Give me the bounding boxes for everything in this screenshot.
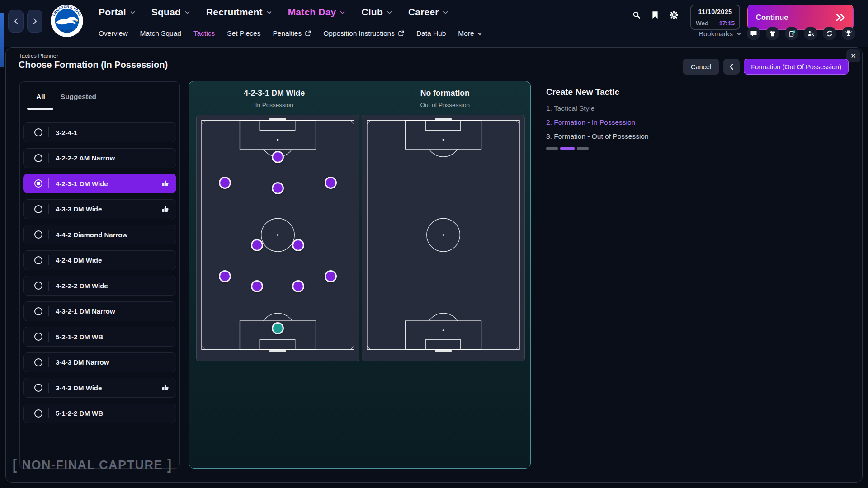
nav-portal[interactable]: Portal — [99, 7, 135, 18]
bookmark-icon[interactable] — [651, 10, 660, 19]
player-dot-def-right[interactable] — [325, 270, 337, 282]
pitch-in-possession — [196, 115, 359, 361]
chevron-down-icon — [736, 32, 741, 35]
thumbs-up-icon — [162, 180, 169, 187]
chevron-down-icon — [477, 32, 482, 35]
subnav-set-pieces[interactable]: Set Pieces — [227, 29, 260, 38]
gear-icon[interactable] — [669, 10, 678, 19]
progress-pill — [577, 147, 589, 150]
radio-icon — [34, 409, 42, 418]
subnav-overview[interactable]: Overview — [99, 29, 128, 38]
formation-item[interactable]: 3-4-3 DM Narrow — [23, 352, 176, 372]
subnav-opposition-instructions[interactable]: Opposition Instructions — [323, 29, 404, 38]
subnav-label: Match Squad — [140, 29, 181, 38]
sync-icon[interactable] — [823, 27, 836, 40]
subnav-more[interactable]: More — [458, 29, 482, 38]
radio-icon — [34, 358, 42, 366]
formation-item[interactable]: 4-3-2-1 DM Narrow — [23, 301, 176, 321]
formation-item[interactable]: 4-2-4 DM Wide — [23, 250, 176, 270]
double-chevron-right-icon — [835, 14, 846, 21]
chevron-right-icon — [33, 18, 37, 24]
formation-item[interactable]: 4-3-3 DM Wide — [23, 199, 176, 219]
radio-icon — [34, 256, 42, 264]
radio-icon — [34, 154, 42, 162]
formation-item[interactable]: 4-2-2-2 AM Narrow — [23, 148, 176, 168]
subnav-label: More — [458, 29, 474, 38]
bookmarks-row: Bookmarks — [699, 25, 855, 42]
nav-squad[interactable]: Squad — [151, 7, 190, 18]
next-step-button[interactable]: Formation (Out Of Possession) — [744, 59, 849, 75]
active-tab-underline — [27, 108, 53, 110]
out-of-possession-column: No formation Out of Possession — [360, 81, 531, 468]
cancel-button[interactable]: Cancel — [683, 59, 719, 75]
main-nav: Portal Squad Recruitment Match Day Club … — [99, 0, 448, 24]
history-forward-button[interactable] — [27, 10, 42, 33]
formation-item[interactable]: 4-2-2-2 DM Wide — [23, 276, 176, 296]
radio-icon — [34, 128, 42, 136]
subnav-label: Set Pieces — [227, 29, 260, 38]
formation-list-panel: All Suggested 3-2-4-1 4-2-2-2 AM Narrow … — [19, 81, 180, 469]
game-date: 11/10/2025 — [696, 8, 735, 15]
door-icon[interactable] — [785, 27, 798, 40]
chevron-down-icon — [130, 11, 135, 14]
nav-label: Club — [361, 7, 382, 18]
progress-pill — [546, 147, 558, 150]
formation-item[interactable]: 5-2-1-2 DM WB — [23, 327, 176, 347]
formation-list: 3-2-4-1 4-2-2-2 AM Narrow 4-2-3-1 DM Wid… — [23, 122, 176, 423]
nav-match-day[interactable]: Match Day — [288, 7, 345, 18]
subnav-tactics[interactable]: Tactics — [193, 29, 215, 38]
step-back-button[interactable] — [723, 59, 740, 75]
nav-club[interactable]: Club — [361, 7, 392, 18]
pitch-title: No formation — [360, 89, 531, 98]
in-possession-column: 4-2-3-1 DM Wide In Possession — [189, 81, 360, 468]
subnav-match-squad[interactable]: Match Squad — [140, 29, 181, 38]
player-dot-def-centre-left[interactable] — [251, 280, 263, 292]
player-dot-cm-left[interactable] — [251, 239, 263, 251]
subnav-label: Opposition Instructions — [323, 29, 395, 38]
formation-item[interactable]: 4-2-3-1 DM Wide — [23, 174, 176, 193]
nav-label: Recruitment — [206, 7, 263, 18]
pitch-title: 4-2-3-1 DM Wide — [189, 89, 360, 98]
bookmarks-dropdown[interactable]: Bookmarks — [699, 30, 741, 38]
chat-icon[interactable] — [747, 27, 760, 40]
tab-all[interactable]: All — [36, 93, 45, 101]
subnav-data-hub[interactable]: Data Hub — [416, 29, 446, 38]
nav-label: Portal — [99, 7, 126, 18]
jersey-icon[interactable] — [766, 27, 779, 40]
radio-icon — [34, 307, 42, 315]
nav-label: Career — [408, 7, 439, 18]
thumbs-up-icon — [162, 384, 169, 391]
formation-item[interactable]: 4-4-2 Diamond Narrow — [23, 225, 176, 244]
history-back-button[interactable] — [8, 10, 24, 33]
scout-search-icon[interactable] — [804, 27, 817, 40]
tactics-planner-modal: Tactics Planner ✕ Choose Formation (In P… — [5, 47, 863, 483]
left-edge-strip — [0, 13, 4, 67]
trophy-icon[interactable] — [842, 27, 855, 40]
wizard-title: Create New Tactic — [546, 87, 799, 97]
search-icon[interactable] — [632, 10, 641, 19]
goalkeeper-dot[interactable] — [272, 322, 284, 334]
chevron-left-icon — [730, 64, 733, 70]
subnav-label: Overview — [99, 29, 128, 38]
nav-career[interactable]: Career — [408, 7, 448, 18]
chevron-left-icon — [14, 18, 18, 24]
formation-item[interactable]: 5-1-2-2 DM WB — [23, 404, 176, 423]
formation-item[interactable]: 3-2-4-1 — [23, 122, 176, 142]
player-dot-am-right[interactable] — [325, 177, 337, 189]
top-bar: BRIGHTON & HOVE ALBION Portal Squad Recr… — [0, 0, 868, 47]
external-link-icon — [305, 30, 311, 37]
tab-suggested[interactable]: Suggested — [61, 93, 96, 101]
formation-item[interactable]: 3-4-3 DM Wide — [23, 378, 176, 398]
progress-pill-active — [560, 147, 575, 150]
nav-recruitment[interactable]: Recruitment — [206, 7, 272, 18]
radio-icon — [34, 333, 42, 341]
external-link-icon — [398, 30, 404, 37]
continue-label: Continue — [756, 13, 788, 22]
subnav-label: Penalties — [273, 29, 302, 38]
club-badge[interactable]: BRIGHTON & HOVE ALBION — [50, 4, 84, 38]
wizard-progress — [546, 147, 799, 150]
subnav-penalties[interactable]: Penalties — [273, 29, 311, 38]
page-title: Choose Formation (In Possession) — [19, 60, 168, 70]
chevron-down-icon — [387, 11, 392, 14]
pitch-subtitle: Out of Possession — [360, 102, 531, 108]
